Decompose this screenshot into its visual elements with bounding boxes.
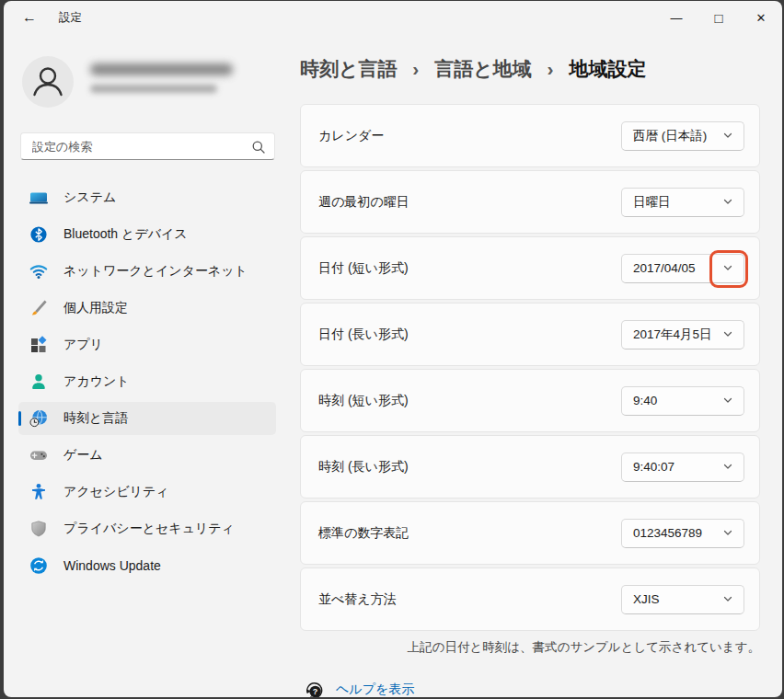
setting-row-sort-order: 並べ替え方法 XJIS bbox=[300, 567, 760, 631]
sidebar-item-gaming[interactable]: ゲーム bbox=[18, 439, 276, 472]
sidebar-item-time-language[interactable]: 時刻と言語 bbox=[18, 402, 276, 435]
dropdown-value: 西暦 (日本語) bbox=[633, 128, 707, 144]
settings-list: カレンダー 西暦 (日本語) 週の最初の曜日 日曜日 日 bbox=[300, 104, 760, 631]
long-time-dropdown[interactable]: 9:40:07 bbox=[621, 453, 744, 482]
first-day-of-week-dropdown[interactable]: 日曜日 bbox=[621, 188, 744, 217]
window-controls: — □ ✕ bbox=[655, 1, 782, 34]
sidebar-item-accounts[interactable]: アカウント bbox=[18, 365, 276, 398]
setting-row-short-time: 時刻 (短い形式) 9:40 bbox=[300, 369, 760, 432]
person-icon bbox=[22, 56, 74, 108]
breadcrumb-time-language[interactable]: 時刻と言語 bbox=[300, 58, 398, 79]
sidebar-item-label: 個人用設定 bbox=[63, 300, 128, 316]
back-arrow-icon: ← bbox=[22, 9, 37, 26]
setting-label: 時刻 (短い形式) bbox=[318, 393, 409, 409]
breadcrumb: 時刻と言語 › 言語と地域 › 地域設定 bbox=[300, 56, 760, 82]
bluetooth-icon bbox=[29, 225, 48, 244]
help-row: ? ヘルプを表示 bbox=[304, 680, 760, 697]
sidebar-item-label: アクセシビリティ bbox=[63, 484, 169, 500]
chevron-down-icon bbox=[722, 260, 733, 277]
brush-icon bbox=[29, 299, 48, 317]
setting-label: 標準の数字表記 bbox=[318, 525, 409, 542]
svg-text:?: ? bbox=[313, 687, 318, 696]
selected-indicator bbox=[18, 411, 21, 426]
chevron-down-icon bbox=[722, 459, 733, 476]
sidebar-item-label: Windows Update bbox=[63, 558, 161, 573]
chevron-down-icon bbox=[722, 327, 733, 343]
show-help-link[interactable]: ヘルプを表示 bbox=[336, 682, 414, 697]
close-button[interactable]: ✕ bbox=[740, 1, 782, 34]
setting-row-first-day-of-week: 週の最初の曜日 日曜日 bbox=[300, 170, 760, 234]
sidebar-item-label: Bluetooth とデバイス bbox=[63, 226, 188, 243]
sidebar-item-personalization[interactable]: 個人用設定 bbox=[18, 292, 276, 325]
setting-row-calendar: カレンダー 西暦 (日本語) bbox=[300, 104, 760, 167]
system-icon bbox=[29, 189, 48, 207]
dropdown-value: 0123456789 bbox=[633, 526, 702, 540]
accounts-icon bbox=[29, 372, 48, 391]
sidebar-item-label: ゲーム bbox=[63, 447, 103, 464]
app-title: 設定 bbox=[59, 10, 82, 26]
setting-label: 並べ替え方法 bbox=[318, 591, 397, 608]
dropdown-value: 2017/04/05 bbox=[633, 261, 696, 275]
main-content: 時刻と言語 › 言語と地域 › 地域設定 カレンダー 西暦 (日本語) 週の最初… bbox=[289, 34, 782, 697]
calendar-dropdown[interactable]: 西暦 (日本語) bbox=[621, 121, 744, 151]
dropdown-value: XJIS bbox=[633, 592, 660, 606]
sidebar-item-windows-update[interactable]: Windows Update bbox=[18, 549, 276, 582]
search-icon bbox=[251, 140, 266, 158]
dropdown-value: 9:40:07 bbox=[633, 460, 674, 474]
setting-row-standard-digits: 標準の数字表記 0123456789 bbox=[300, 501, 760, 565]
settings-search bbox=[20, 132, 275, 160]
sidebar: システム Bluetooth とデバイス bbox=[4, 34, 289, 697]
short-date-dropdown[interactable]: 2017/04/05 bbox=[621, 254, 744, 283]
sort-order-dropdown[interactable]: XJIS bbox=[621, 585, 744, 614]
sidebar-item-label: プライバシーとセキュリティ bbox=[63, 521, 235, 537]
back-button[interactable]: ← bbox=[15, 4, 44, 31]
minimize-icon: — bbox=[671, 11, 683, 25]
avatar bbox=[22, 56, 74, 108]
sidebar-item-accessibility[interactable]: アクセシビリティ bbox=[18, 476, 276, 509]
setting-row-long-time: 時刻 (長い形式) 9:40:07 bbox=[300, 435, 760, 498]
windows-update-icon bbox=[29, 556, 48, 575]
wifi-icon bbox=[29, 262, 48, 281]
setting-label: 日付 (長い形式) bbox=[318, 327, 409, 343]
setting-label: 日付 (短い形式) bbox=[318, 260, 409, 277]
dropdown-value: 日曜日 bbox=[633, 194, 671, 211]
sidebar-nav: システム Bluetooth とデバイス bbox=[4, 181, 289, 582]
setting-label: 週の最初の曜日 bbox=[318, 194, 409, 211]
apps-icon bbox=[29, 336, 48, 354]
dropdown-value: 2017年4月5日 bbox=[633, 327, 712, 343]
sidebar-item-label: アプリ bbox=[63, 337, 103, 353]
accessibility-icon bbox=[29, 483, 48, 501]
breadcrumb-language-region[interactable]: 言語と地域 bbox=[434, 58, 532, 79]
long-date-dropdown[interactable]: 2017年4月5日 bbox=[621, 320, 744, 350]
sidebar-item-network-internet[interactable]: ネットワークとインターネット bbox=[18, 255, 276, 288]
user-profile[interactable] bbox=[4, 34, 289, 122]
search-input[interactable] bbox=[21, 133, 274, 159]
user-name-redacted bbox=[90, 63, 233, 75]
chevron-down-icon bbox=[722, 194, 733, 211]
setting-label: カレンダー bbox=[318, 128, 384, 144]
sidebar-item-system[interactable]: システム bbox=[18, 181, 276, 214]
chevron-right-separator: › bbox=[412, 58, 419, 79]
minimize-button[interactable]: — bbox=[655, 1, 698, 34]
sidebar-item-apps[interactable]: アプリ bbox=[18, 328, 276, 361]
setting-row-short-date: 日付 (短い形式) 2017/04/05 bbox=[300, 236, 760, 300]
sample-format-note: 上記の日付と時刻は、書式のサンプルとして示されています。 bbox=[300, 639, 760, 656]
chevron-down-icon bbox=[722, 393, 733, 409]
close-icon: ✕ bbox=[756, 11, 767, 25]
sidebar-item-bluetooth-devices[interactable]: Bluetooth とデバイス bbox=[18, 218, 276, 251]
sidebar-item-label: アカウント bbox=[63, 373, 130, 390]
shield-icon bbox=[29, 520, 48, 538]
user-email-redacted bbox=[90, 85, 217, 93]
standard-digits-dropdown[interactable]: 0123456789 bbox=[621, 519, 744, 548]
time-language-icon bbox=[29, 409, 48, 428]
short-time-dropdown[interactable]: 9:40 bbox=[621, 386, 744, 416]
page-title: 地域設定 bbox=[569, 58, 646, 79]
titlebar: ← 設定 — □ ✕ bbox=[4, 1, 782, 34]
gamepad-icon bbox=[29, 446, 48, 464]
sidebar-item-privacy-security[interactable]: プライバシーとセキュリティ bbox=[18, 512, 276, 545]
maximize-button[interactable]: □ bbox=[698, 1, 740, 34]
chevron-down-icon bbox=[722, 128, 733, 144]
settings-window: ← 設定 — □ ✕ bbox=[4, 1, 782, 697]
sidebar-item-label: ネットワークとインターネット bbox=[63, 263, 248, 280]
setting-row-long-date: 日付 (長い形式) 2017年4月5日 bbox=[300, 303, 760, 366]
